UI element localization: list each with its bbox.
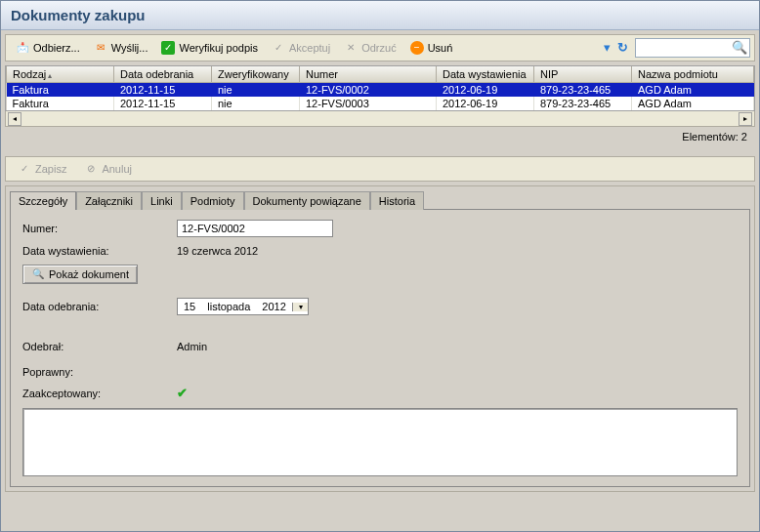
table-row[interactable]: Faktura 2012-11-15 nie 12-FVS/0002 2012-… bbox=[7, 83, 754, 98]
scroll-right-icon[interactable]: ▸ bbox=[739, 112, 752, 126]
check-icon: ✓ bbox=[161, 41, 175, 55]
cancel-label: Anuluj bbox=[102, 163, 132, 175]
grid-header-row: Rodzaj Data odebrania Zweryfikowany Nume… bbox=[7, 66, 754, 83]
show-document-label: Pokaż dokument bbox=[49, 268, 129, 280]
accept-label: Akceptuj bbox=[289, 42, 330, 54]
tab-szczegoly[interactable]: Szczegóły bbox=[10, 191, 76, 210]
data-odebrania-picker[interactable]: 15 listopada 2012 ▾ bbox=[177, 298, 309, 315]
delete-icon: − bbox=[410, 41, 424, 55]
reject-label: Odrzuć bbox=[361, 42, 396, 54]
cancel-button: ⊘ Anuluj bbox=[78, 160, 138, 178]
poprawny-label: Poprawny: bbox=[22, 366, 169, 378]
search-input[interactable] bbox=[640, 41, 728, 55]
receive-button[interactable]: 📩 Odbierz... bbox=[10, 39, 86, 57]
col-zweryfikowany[interactable]: Zweryfikowany bbox=[212, 66, 300, 83]
save-check-icon: ✓ bbox=[18, 162, 31, 176]
row-count-label: Elementów: 2 bbox=[1, 127, 759, 152]
col-nazwa-podmiotu[interactable]: Nazwa podmiotu bbox=[632, 66, 754, 83]
col-data-wystawienia[interactable]: Data wystawienia bbox=[437, 66, 534, 83]
scroll-left-icon[interactable]: ◂ bbox=[8, 112, 21, 126]
main-toolbar: 📩 Odbierz... ✉ Wyślij... ✓ Weryfikuj pod… bbox=[5, 34, 755, 61]
zaakceptowany-label: Zaakceptowany: bbox=[22, 388, 169, 399]
refresh-icon[interactable]: ↻ bbox=[615, 41, 629, 55]
tab-body: Numer: Data wystawienia: 19 czerwca 2012… bbox=[10, 209, 750, 487]
show-document-button[interactable]: 🔍 Pokaż dokument bbox=[22, 265, 138, 284]
reject-icon: ✕ bbox=[344, 41, 358, 55]
save-label: Zapisz bbox=[35, 163, 66, 175]
accepted-check-icon: ✔ bbox=[177, 386, 188, 400]
receive-label: Odbierz... bbox=[33, 42, 80, 54]
window: Dokumenty zakupu 📩 Odbierz... ✉ Wyślij..… bbox=[0, 0, 760, 532]
detail-toolbar: ✓ Zapisz ⊘ Anuluj bbox=[5, 156, 755, 182]
save-button: ✓ Zapisz bbox=[12, 160, 72, 178]
data-wystawienia-label: Data wystawienia: bbox=[22, 245, 169, 257]
receive-icon: 📩 bbox=[16, 41, 29, 55]
documents-grid: Rodzaj Data odebrania Zweryfikowany Nume… bbox=[5, 65, 755, 111]
send-icon: ✉ bbox=[94, 41, 107, 55]
col-data-odebrania[interactable]: Data odebrania bbox=[114, 66, 212, 83]
cancel-icon: ⊘ bbox=[84, 162, 98, 176]
date-year: 2012 bbox=[256, 301, 291, 312]
table-row[interactable]: Faktura 2012-11-15 nie 12-FVS/0003 2012-… bbox=[7, 97, 754, 110]
verify-label: Weryfikuj podpis bbox=[179, 42, 258, 54]
notes-textarea[interactable] bbox=[22, 408, 738, 476]
col-nip[interactable]: NIP bbox=[534, 66, 632, 83]
numer-label: Numer: bbox=[22, 223, 169, 234]
accept-button: ✓ Akceptuj bbox=[266, 39, 336, 57]
chevron-down-icon[interactable]: ▾ bbox=[292, 303, 308, 311]
search-icon[interactable]: 🔍 bbox=[732, 41, 745, 55]
data-odebrania-label: Data odebrania: bbox=[22, 301, 169, 312]
data-wystawienia-value: 19 czerwca 2012 bbox=[177, 245, 258, 257]
detail-tabs: Szczegóły Załączniki Linki Podmioty Doku… bbox=[6, 186, 754, 209]
verify-signature-button[interactable]: ✓ Weryfikuj podpis bbox=[155, 39, 264, 57]
odebral-value: Admin bbox=[177, 341, 207, 352]
odebral-label: Odebrał: bbox=[22, 341, 169, 352]
delete-button[interactable]: − Usuń bbox=[404, 39, 459, 57]
delete-label: Usuń bbox=[428, 42, 453, 54]
accept-icon: ✓ bbox=[272, 41, 285, 55]
date-day: 15 bbox=[178, 301, 201, 312]
window-title: Dokumenty zakupu bbox=[1, 1, 759, 30]
tab-linki[interactable]: Linki bbox=[142, 191, 182, 210]
detail-panel: Szczegóły Załączniki Linki Podmioty Doku… bbox=[5, 185, 755, 492]
grid-h-scrollbar[interactable]: ◂ ▸ bbox=[5, 111, 755, 127]
filter-icon[interactable]: ▾ bbox=[600, 41, 613, 55]
date-month: listopada bbox=[201, 301, 256, 312]
tab-historia[interactable]: Historia bbox=[370, 191, 424, 210]
tab-dokumenty-powiazane[interactable]: Dokumenty powiązane bbox=[244, 191, 370, 210]
reject-button: ✕ Odrzuć bbox=[338, 39, 401, 57]
col-numer[interactable]: Numer bbox=[300, 66, 437, 83]
tab-zalaczniki[interactable]: Załączniki bbox=[76, 191, 142, 210]
magnifier-icon: 🔍 bbox=[31, 267, 45, 281]
tab-podmioty[interactable]: Podmioty bbox=[182, 191, 244, 210]
numer-field[interactable] bbox=[177, 220, 333, 237]
col-rodzaj[interactable]: Rodzaj bbox=[7, 66, 114, 83]
send-button[interactable]: ✉ Wyślij... bbox=[88, 39, 154, 57]
send-label: Wyślij... bbox=[111, 42, 148, 54]
search-box: 🔍 bbox=[635, 38, 750, 58]
